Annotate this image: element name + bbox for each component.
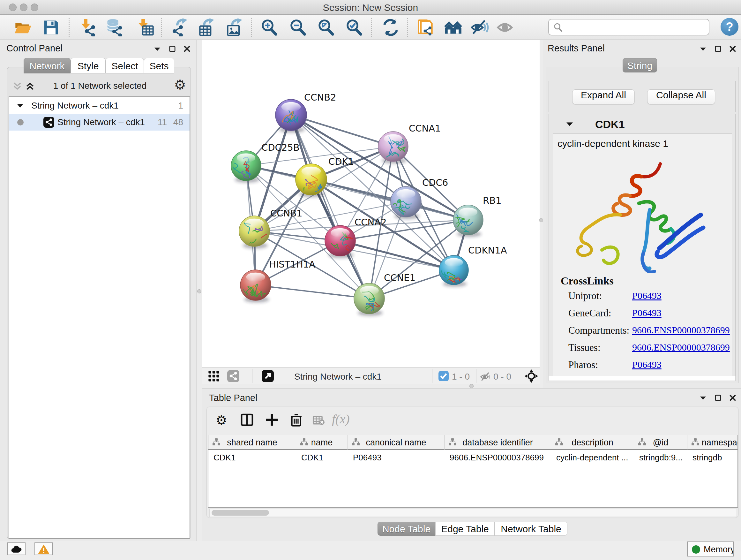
crosslink-value-link[interactable]: P06493 [632, 359, 662, 370]
zoom-in-icon[interactable] [260, 18, 278, 37]
network-node-HIST1H1A[interactable]: HIST1H1A [240, 259, 315, 300]
export-image-icon[interactable] [225, 18, 243, 37]
maximize-panel-icon[interactable] [715, 395, 721, 401]
node-label-CCNE1: CCNE1 [384, 272, 415, 283]
save-session-icon[interactable] [42, 18, 60, 37]
close-panel-icon[interactable] [730, 395, 736, 401]
tab-style[interactable]: Style [71, 58, 106, 73]
function-builder-icon[interactable]: f(x) [332, 412, 350, 427]
gene-name: CDK1 [595, 118, 625, 131]
delete-icon[interactable] [289, 413, 303, 428]
table-cell[interactable]: cyclin-dependent ... [551, 450, 634, 464]
close-panel-icon[interactable] [184, 46, 190, 52]
crosslink-value-link[interactable]: 9606.ENSP00000378699 [632, 325, 730, 335]
tab-network[interactable]: Network [23, 58, 71, 73]
open-file-icon[interactable] [14, 18, 32, 37]
show-eye-icon[interactable] [496, 18, 515, 37]
import-network-icon[interactable] [78, 18, 96, 37]
crosslink-value-link[interactable]: 9606.ENSP00000378699 [632, 342, 730, 353]
zoom-out-icon[interactable] [289, 18, 307, 37]
help-button[interactable]: ? [721, 18, 738, 36]
expand-all-button[interactable]: Expand All [572, 89, 635, 105]
column-header-canonical-name[interactable]: canonical name [348, 435, 445, 450]
hide-eye-icon[interactable] [471, 18, 489, 37]
network-node-CDKN1A[interactable]: CDKN1A [439, 245, 507, 286]
memory-button[interactable]: Memory [687, 542, 734, 557]
table-row[interactable]: CDK1CDK1P064939606.ENSP00000378699cyclin… [208, 450, 738, 464]
node-label-CDKN1A: CDKN1A [468, 245, 507, 256]
network-node-CCNA1[interactable]: CCNA1 [378, 123, 441, 162]
grid-view-icon[interactable] [208, 370, 219, 383]
tab-node-table[interactable]: Node Table [378, 522, 435, 536]
export-table-icon[interactable] [197, 18, 215, 37]
maximize-panel-icon[interactable] [169, 46, 176, 52]
crosslink-label: Tissues: [568, 342, 601, 353]
export-network-icon[interactable] [171, 18, 188, 37]
add-column-icon[interactable] [265, 413, 279, 428]
warning-button[interactable] [35, 543, 53, 555]
import-network-database-icon[interactable] [105, 18, 123, 37]
float-panel-icon[interactable] [154, 47, 161, 51]
results-panel-title: Results Panel [548, 43, 605, 54]
column-header-namespace[interactable]: namespace [687, 435, 738, 450]
table-cell[interactable]: stringdb:9... [634, 450, 687, 464]
tab-string[interactable]: String [623, 58, 657, 72]
network-collection-row[interactable]: String Network – cdk1 1 [9, 98, 190, 114]
zoom-fit-icon[interactable] [317, 18, 335, 37]
tab-sets[interactable]: Sets [144, 58, 174, 73]
table-horizontal-scrollbar[interactable] [209, 509, 737, 517]
left-splitter-handle[interactable] [197, 289, 201, 294]
collapse-all-button[interactable]: Collapse All [647, 89, 715, 105]
table-settings-gear-icon[interactable]: ⚙ [216, 413, 227, 428]
cloud-button[interactable] [7, 543, 25, 555]
memory-label: Memory [704, 545, 734, 555]
control-panel: Control Panel Network Style Select Sets … [0, 40, 197, 541]
table-cell[interactable]: CDK1 [208, 450, 296, 464]
delete-table-icon[interactable] [312, 415, 325, 427]
table-cell[interactable]: P06493 [348, 450, 445, 464]
crosslink-value-link[interactable]: P06493 [632, 307, 662, 318]
crosslink-label: GeneCard: [568, 307, 611, 319]
maximize-panel-icon[interactable] [715, 46, 721, 52]
update-network-icon[interactable] [382, 18, 400, 37]
import-table-icon[interactable] [136, 18, 154, 37]
float-panel-icon[interactable] [699, 47, 706, 51]
table-cell[interactable]: 9606.ENSP00000378699 [445, 450, 551, 464]
close-panel-icon[interactable] [730, 46, 736, 52]
column-header-shared-name[interactable]: shared name [208, 435, 296, 450]
bottom-splitter-handle[interactable] [469, 384, 474, 388]
memory-status-dot [692, 545, 700, 554]
table-cell[interactable]: stringdb [687, 450, 738, 464]
network-list-container: 1 of 1 Network selected ⚙ String Network… [7, 67, 191, 539]
zoom-selected-icon[interactable] [345, 18, 363, 37]
hidden-eye-icon[interactable] [480, 371, 491, 383]
search-input[interactable] [548, 19, 710, 36]
network-row-selected[interactable]: String Network – cdk1 11 48 [9, 114, 190, 131]
tab-edge-table[interactable]: Edge Table [435, 522, 495, 536]
table-cell[interactable]: CDK1 [296, 450, 348, 464]
column-header--id[interactable]: @id [634, 435, 687, 450]
collapse-all-icon[interactable] [12, 81, 22, 91]
network-canvas[interactable]: CCNB2CCNA1CDC25BCDK1CDC6RB1CCNB1CCNA2CDK… [202, 40, 540, 368]
clone-network-icon[interactable] [417, 18, 434, 37]
table-columns-icon[interactable] [240, 413, 254, 428]
tab-select[interactable]: Select [106, 58, 144, 73]
birdseye-toggle-icon[interactable] [525, 369, 538, 384]
float-panel-icon[interactable] [699, 395, 706, 400]
tree-expand-icon[interactable] [17, 103, 23, 108]
gear-icon[interactable]: ⚙ [174, 77, 186, 92]
column-header-description[interactable]: description [551, 435, 634, 450]
crosslink-value-link[interactable]: P06493 [632, 290, 662, 301]
network-share-icon[interactable] [227, 370, 239, 382]
entry-collapse-icon[interactable] [566, 121, 574, 127]
tab-network-table[interactable]: Network Table [495, 522, 567, 536]
column-header-name[interactable]: name [296, 435, 348, 450]
column-header-database-identifier[interactable]: database identifier [445, 435, 551, 450]
open-in-new-window-icon[interactable] [262, 370, 274, 382]
selected-checkbox-icon[interactable] [439, 371, 449, 381]
home-gallery-icon[interactable] [444, 18, 462, 37]
network-view-title: String Network – cdk1 [294, 372, 382, 382]
right-splitter-handle[interactable] [539, 218, 543, 222]
network-node-RB1[interactable]: RB1 [449, 195, 502, 235]
expand-all-icon[interactable] [25, 81, 35, 91]
